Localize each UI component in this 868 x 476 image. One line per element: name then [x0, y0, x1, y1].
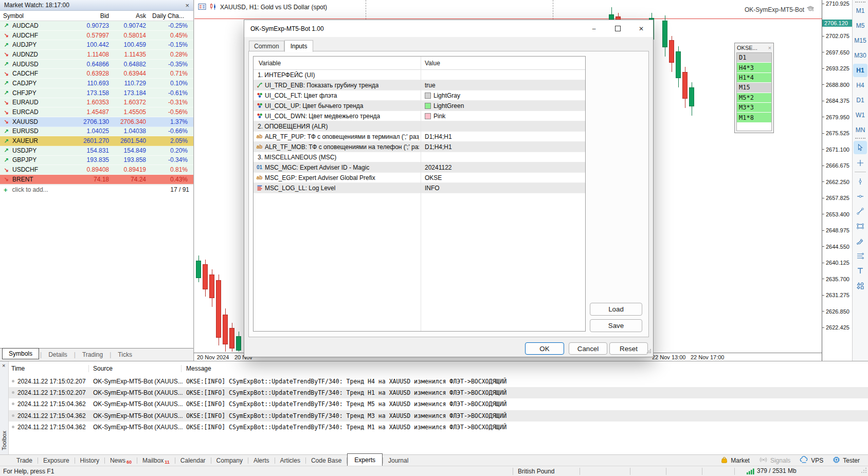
market-watch-row[interactable]: ↗AUDCAD0.907230.90742-0.25%	[0, 21, 193, 31]
timeframe-button-m15[interactable]: M15	[853, 34, 867, 47]
market-watch-row[interactable]: ↗XAUEUR2601.2702601.5402.05%	[0, 136, 193, 146]
okse-trend-panel[interactable]: OKSE... × D1H4*3H1*4M15M5*2M3*3M1*8	[734, 43, 774, 133]
input-param-row[interactable]: UI_TRD_ENB: Показать грубину трендаtrue	[254, 80, 585, 90]
price-scale[interactable]: 2710.9252702.0752697.6502693.2252688.800…	[822, 0, 852, 361]
market-watch-row[interactable]: ↘CADCHF0.639280.639440.71%	[0, 69, 193, 79]
input-param-row[interactable]: abMSC_EGP: Expert Adviser Global PrefixO…	[254, 173, 585, 183]
dialog-tab-inputs[interactable]: Inputs	[284, 40, 314, 52]
vps-button[interactable]: VPS	[800, 456, 823, 465]
tester-button[interactable]: Tester	[833, 456, 860, 465]
hline-tool-icon[interactable]	[854, 190, 867, 203]
toolbox-tab-history[interactable]: History	[75, 455, 104, 466]
toolbox-tab-exposure[interactable]: Exposure	[38, 455, 75, 466]
input-param-row[interactable]: MSC_LOG_LL: Log LevelINFO	[254, 183, 585, 193]
param-value[interactable]: LightGray	[425, 92, 460, 99]
resize-grip[interactable]	[646, 348, 652, 355]
toolbar-handle[interactable]	[855, 2, 865, 3]
log-row[interactable]: 2024.11.22 17:15:04.362OK-SymExp-MT5-Bot…	[9, 422, 868, 433]
market-watch-row[interactable]: ↗AUDJPY100.442100.459-0.15%	[0, 40, 193, 50]
input-param-row[interactable]: 01MSC_MGC: Expert Adviser ID - Magic2024…	[254, 162, 585, 173]
param-value[interactable]: 20241122	[425, 164, 452, 171]
market-watch-row[interactable]: ↗CHFJPY173.158173.184-0.61%	[0, 88, 193, 98]
log-row[interactable]: 2024.11.22 17:15:04.362OK-SymExp-MT5-Bot…	[9, 398, 868, 410]
resize-grip[interactable]	[861, 467, 867, 475]
okse-trend-item[interactable]: M5*2	[737, 93, 771, 103]
shapes-tool-icon[interactable]	[854, 279, 867, 292]
param-value[interactable]: INFO	[425, 185, 440, 192]
market-watch-tab-details[interactable]: Details	[43, 350, 73, 359]
fibo-tool-icon[interactable]	[854, 249, 867, 263]
timeframe-button-w1[interactable]: W1	[853, 108, 867, 122]
market-watch-tab-ticks[interactable]: Ticks	[112, 350, 138, 359]
save-button[interactable]: Save	[590, 319, 642, 332]
column-daily-change[interactable]: Daily Cha...	[149, 12, 191, 20]
param-value[interactable]: D1;H4;H1	[425, 133, 452, 140]
column-ask[interactable]: Ask	[112, 12, 149, 20]
minimize-button[interactable]: –	[582, 20, 606, 37]
input-param-row[interactable]: abALR_TF_MOB: ТФ с оповещениями на телеф…	[254, 142, 585, 152]
toolbox-tab-trade[interactable]: Trade	[11, 455, 38, 466]
timeframe-button-h4[interactable]: H4	[853, 79, 867, 92]
close-button[interactable]: ✕	[629, 20, 653, 37]
param-value[interactable]: true	[425, 82, 436, 89]
toolbox-tab-mailbox[interactable]: Mailbox11	[137, 455, 175, 466]
market-watch-tab-trading[interactable]: Trading	[77, 350, 109, 359]
log-row[interactable]: 2024.11.22 17:15:02.207OK-SymExp-MT5-Bot…	[9, 387, 868, 398]
okse-trend-item[interactable]: M15	[737, 83, 771, 93]
timeframe-button-h1[interactable]: H1	[853, 64, 867, 77]
input-param-row[interactable]: UI_COL_DWN: Цвет медвежьего трендаPink	[254, 111, 585, 121]
text-tool-icon[interactable]	[854, 264, 867, 278]
log-column-source[interactable]: Source	[93, 365, 113, 372]
channel-tool-icon[interactable]	[854, 219, 867, 233]
dialog-titlebar[interactable]: OK-SymExp-MT5-Bot 1.00 – ✕	[244, 20, 653, 37]
cancel-button[interactable]: Cancel	[569, 342, 607, 355]
input-param-row[interactable]: abALR_TF_PUP: ТФ с оповещениями в термин…	[254, 132, 585, 142]
okse-trend-item[interactable]: H4*3	[737, 63, 771, 72]
dialog-tab-common[interactable]: Common	[249, 41, 284, 51]
log-column-time[interactable]: Time	[11, 365, 25, 372]
column-symbol[interactable]: Symbol	[0, 12, 75, 20]
column-separator[interactable]	[88, 365, 89, 372]
input-param-row[interactable]: UI_COL_FLT: Цвет флэтаLightGray	[254, 90, 585, 101]
market-watch-row[interactable]: ↗EURUSD1.040251.04038-0.66%	[0, 127, 193, 137]
maximize-button[interactable]	[606, 20, 629, 37]
vline-tool-icon[interactable]	[854, 175, 867, 188]
trendline-tool-icon[interactable]	[854, 205, 867, 218]
toolbox-tab-experts[interactable]: Experts	[347, 453, 383, 466]
signals-button[interactable]: Signals	[759, 456, 790, 465]
okse-trend-item[interactable]: M1*8	[737, 113, 771, 122]
market-watch-tab-symbols[interactable]: Symbols	[2, 348, 39, 359]
market-watch-row[interactable]: ↘AUDCHF0.579970.580140.45%	[0, 31, 193, 41]
close-icon[interactable]: ×	[2, 362, 5, 369]
market-watch-row[interactable]: ↘AUDNZD1.114081.114350.28%	[0, 50, 193, 60]
toolbox-tab-alerts[interactable]: Alerts	[248, 455, 275, 466]
input-section-row[interactable]: 2. ОПОВЕЩЕНИЯ (ALR)	[254, 121, 585, 132]
grid-column-separator[interactable]	[421, 57, 421, 331]
okse-trend-item[interactable]: H1*4	[737, 73, 771, 83]
timeframe-button-m30[interactable]: M30	[853, 49, 867, 62]
market-watch-row[interactable]: ↗GBPJPY193.835193.858-0.34%	[0, 156, 193, 166]
market-watch-row[interactable]: ↘USDCHF0.894080.894190.81%	[0, 165, 193, 175]
toolbox-tab-calendar[interactable]: Calendar	[175, 455, 211, 466]
log-row[interactable]: 2024.11.22 17:15:04.362OK-SymExp-MT5-Bot…	[9, 410, 868, 422]
toolbox-tab-news[interactable]: News60	[105, 455, 137, 466]
param-value[interactable]: Pink	[425, 113, 445, 120]
input-section-row[interactable]: 1. ИНТЕРФЕЙС (UI)	[254, 70, 585, 80]
toolbar-handle[interactable]	[855, 138, 865, 139]
crosshair-tool-icon[interactable]	[854, 156, 867, 170]
market-watch-row[interactable]: ↘XAUUSD2706.1302706.3401.37%	[0, 117, 193, 127]
ok-button[interactable]: OK	[525, 342, 564, 355]
log-row[interactable]: 2024.11.22 17:15:02.207OK-SymExp-MT5-Bot…	[9, 376, 868, 387]
column-separator[interactable]	[181, 365, 182, 372]
input-section-row[interactable]: 3. MISCELLANEOUS (MSC)	[254, 152, 585, 162]
timeframe-button-m5[interactable]: M5	[853, 19, 867, 32]
reset-button[interactable]: Reset	[609, 342, 648, 355]
market-watch-row[interactable]: ↗AUDUSD0.648660.64882-0.35%	[0, 60, 193, 69]
param-value[interactable]: D1;H4;H1	[425, 143, 452, 151]
okse-trend-item[interactable]: M3*3	[737, 103, 771, 113]
param-value[interactable]: OKSE	[425, 174, 442, 181]
toolbox-tab-code-base[interactable]: Code Base	[306, 455, 347, 466]
market-watch-row[interactable]: ↗CADJPY110.693110.7290.10%	[0, 79, 193, 88]
close-icon[interactable]: ×	[185, 2, 189, 9]
toolbox-tab-journal[interactable]: Journal	[383, 455, 413, 466]
